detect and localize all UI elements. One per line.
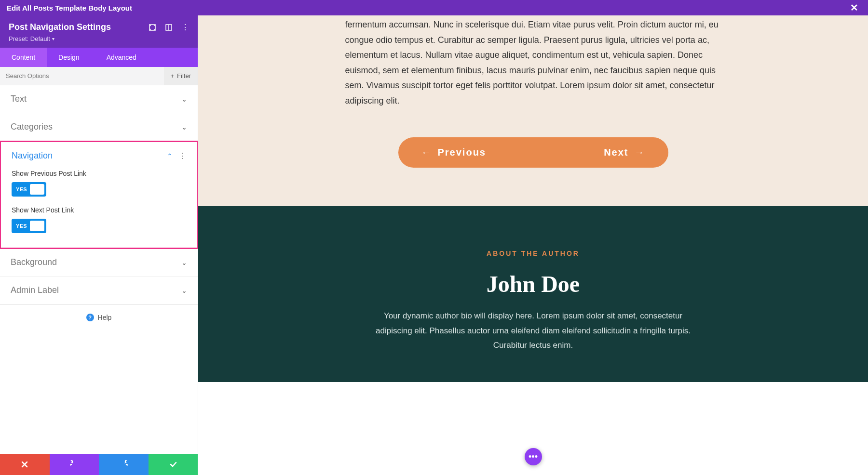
save-button[interactable]: [149, 454, 198, 475]
chevron-down-icon: ⌄: [181, 123, 187, 131]
chevron-down-icon: ⌄: [181, 259, 187, 266]
more-icon[interactable]: ⋮: [178, 152, 186, 160]
preview-pane: fermentum accumsan. Nunc in scelerisque …: [198, 15, 868, 475]
section-background[interactable]: Background ⌄: [0, 249, 198, 277]
more-horizontal-icon: •••: [529, 452, 538, 462]
plus-icon: +: [171, 72, 175, 79]
author-bio: Your dynamic author bio will display her…: [374, 309, 692, 353]
panel-header: Post Navigation Settings ⋮ Preset: Defau…: [0, 15, 198, 48]
post-body-text: fermentum accumsan. Nunc in scelerisque …: [345, 15, 721, 108]
next-post-link[interactable]: Next →: [604, 147, 645, 158]
section-label: Admin Label: [11, 285, 59, 295]
close-icon[interactable]: ✕: [847, 2, 861, 13]
author-name: John Doe: [227, 271, 839, 297]
preset-selector[interactable]: Preset: Default ▾: [9, 35, 54, 42]
tab-design[interactable]: Design: [47, 48, 91, 67]
caret-down-icon: ▾: [52, 36, 54, 41]
expand-icon[interactable]: [149, 24, 156, 31]
field-label: Show Next Post Link: [12, 206, 186, 214]
section-navigation: Navigation ⌃ ⋮ Show Previous Post Link Y…: [0, 141, 198, 249]
section-admin-label[interactable]: Admin Label ⌄: [0, 277, 198, 304]
builder-fab[interactable]: •••: [525, 448, 542, 465]
section-text[interactable]: Text ⌄: [0, 85, 198, 113]
prev-label: Previous: [438, 147, 486, 158]
field-show-prev: Show Previous Post Link YES: [12, 170, 186, 197]
prev-post-link[interactable]: ← Previous: [421, 147, 486, 158]
chevron-down-icon: ⌄: [181, 287, 187, 294]
about-author-label: ABOUT THE AUTHOR: [227, 250, 839, 257]
toggle-show-next[interactable]: YES: [12, 219, 46, 233]
search-input[interactable]: [0, 72, 164, 79]
cancel-button[interactable]: [0, 454, 50, 475]
action-bar: [0, 454, 198, 475]
post-body-section: fermentum accumsan. Nunc in scelerisque …: [198, 15, 868, 206]
section-label: Categories: [11, 122, 53, 132]
section-navigation-header[interactable]: Navigation ⌃ ⋮: [1, 142, 197, 170]
help-link[interactable]: ? Help: [0, 304, 198, 330]
chevron-down-icon: ⌄: [181, 95, 187, 103]
settings-sidebar: Post Navigation Settings ⋮ Preset: Defau…: [0, 15, 198, 475]
toggle-on-label: YES: [12, 186, 27, 192]
more-icon[interactable]: ⋮: [181, 24, 189, 31]
filter-label: Filter: [177, 72, 191, 79]
author-section: ABOUT THE AUTHOR John Doe Your dynamic a…: [198, 206, 868, 382]
tabs: Content Design Advanced: [0, 48, 198, 67]
toggle-knob: [30, 221, 44, 231]
chevron-up-icon: ⌃: [167, 152, 173, 160]
tab-content[interactable]: Content: [0, 48, 47, 67]
arrow-right-icon: →: [635, 147, 645, 158]
accordion: Text ⌄ Categories ⌄ Navigation ⌃ ⋮: [0, 85, 198, 454]
preset-label: Preset: Default: [9, 35, 50, 42]
section-label: Text: [11, 94, 27, 104]
undo-button[interactable]: [50, 454, 99, 475]
section-label: Background: [11, 257, 57, 267]
redo-button[interactable]: [99, 454, 149, 475]
post-navigation: ← Previous Next →: [398, 137, 668, 168]
top-bar-title: Edit All Posts Template Body Layout: [7, 4, 132, 12]
section-categories[interactable]: Categories ⌄: [0, 113, 198, 141]
help-icon: ?: [86, 314, 94, 321]
tab-advanced[interactable]: Advanced: [91, 48, 148, 67]
filter-button[interactable]: + Filter: [164, 67, 198, 85]
field-show-next: Show Next Post Link YES: [12, 206, 186, 233]
arrow-left-icon: ←: [421, 147, 432, 158]
toggle-show-prev[interactable]: YES: [12, 182, 46, 197]
panel-title: Post Navigation Settings: [9, 22, 111, 32]
toggle-on-label: YES: [12, 223, 27, 229]
toggle-knob: [30, 184, 44, 195]
next-label: Next: [604, 147, 628, 158]
columns-icon[interactable]: [165, 24, 173, 31]
help-label: Help: [98, 314, 112, 321]
top-bar: Edit All Posts Template Body Layout ✕: [0, 0, 868, 15]
search-row: + Filter: [0, 67, 198, 85]
field-label: Show Previous Post Link: [12, 170, 186, 177]
section-label: Navigation: [12, 151, 53, 161]
